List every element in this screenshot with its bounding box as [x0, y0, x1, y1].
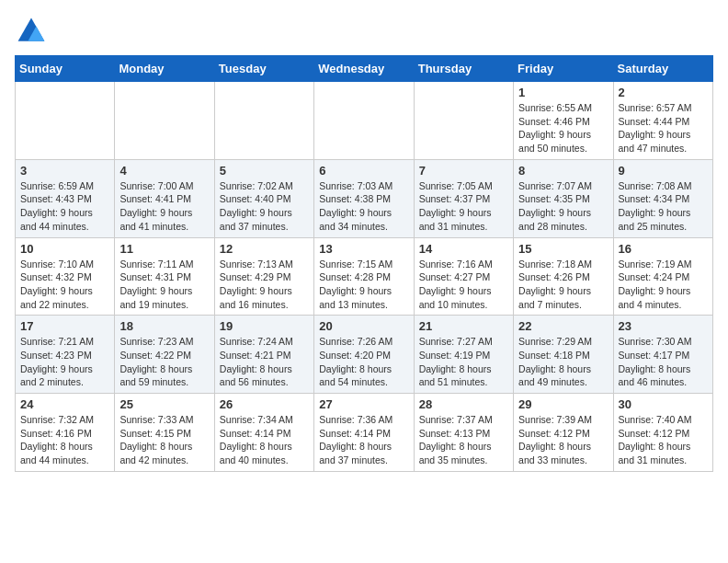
day-number: 7	[419, 164, 508, 178]
day-number: 9	[619, 164, 708, 178]
calendar-cell: 23Sunrise: 7:30 AM Sunset: 4:17 PM Dayli…	[613, 316, 712, 394]
calendar-cell: 14Sunrise: 7:16 AM Sunset: 4:27 PM Dayli…	[414, 237, 513, 316]
weekday-header: Friday	[514, 56, 613, 82]
day-number: 20	[319, 319, 408, 333]
calendar-cell: 2Sunrise: 6:57 AM Sunset: 4:44 PM Daylig…	[613, 82, 712, 160]
day-number: 18	[119, 319, 209, 333]
calendar-cell	[214, 82, 313, 160]
page-header	[15, 15, 713, 48]
day-number: 26	[220, 397, 309, 411]
calendar-cell: 3Sunrise: 6:59 AM Sunset: 4:43 PM Daylig…	[16, 159, 115, 237]
day-info: Sunrise: 6:55 AM Sunset: 4:46 PM Dayligh…	[518, 101, 608, 155]
day-info: Sunrise: 7:03 AM Sunset: 4:38 PM Dayligh…	[319, 179, 408, 234]
calendar-cell: 6Sunrise: 7:03 AM Sunset: 4:38 PM Daylig…	[314, 159, 414, 237]
logo	[15, 15, 51, 48]
day-info: Sunrise: 7:02 AM Sunset: 4:40 PM Dayligh…	[220, 179, 309, 234]
weekday-header: Wednesday	[314, 56, 414, 82]
day-number: 25	[119, 397, 209, 411]
calendar-cell: 28Sunrise: 7:37 AM Sunset: 4:13 PM Dayli…	[414, 394, 513, 472]
day-number: 10	[20, 242, 109, 256]
day-info: Sunrise: 7:23 AM Sunset: 4:22 PM Dayligh…	[119, 335, 209, 389]
day-number: 2	[619, 86, 708, 99]
day-info: Sunrise: 7:05 AM Sunset: 4:37 PM Dayligh…	[419, 179, 508, 234]
day-number: 4	[119, 164, 209, 178]
calendar-week-row: 24Sunrise: 7:32 AM Sunset: 4:16 PM Dayli…	[16, 394, 713, 472]
calendar-cell: 17Sunrise: 7:21 AM Sunset: 4:23 PM Dayli…	[16, 316, 115, 394]
day-number: 14	[419, 242, 508, 256]
day-number: 21	[419, 319, 508, 333]
day-info: Sunrise: 7:29 AM Sunset: 4:18 PM Dayligh…	[518, 335, 608, 389]
day-number: 29	[518, 397, 608, 411]
weekday-header: Tuesday	[214, 56, 313, 82]
calendar-cell: 12Sunrise: 7:13 AM Sunset: 4:29 PM Dayli…	[214, 237, 313, 316]
weekday-header: Sunday	[16, 56, 115, 82]
calendar-cell: 5Sunrise: 7:02 AM Sunset: 4:40 PM Daylig…	[214, 159, 313, 237]
day-number: 15	[518, 242, 608, 256]
day-number: 30	[619, 397, 708, 411]
day-info: Sunrise: 7:16 AM Sunset: 4:27 PM Dayligh…	[419, 258, 508, 312]
day-info: Sunrise: 7:24 AM Sunset: 4:21 PM Dayligh…	[220, 335, 309, 389]
day-info: Sunrise: 7:37 AM Sunset: 4:13 PM Dayligh…	[419, 413, 508, 467]
day-info: Sunrise: 7:08 AM Sunset: 4:34 PM Dayligh…	[619, 179, 708, 234]
day-info: Sunrise: 7:18 AM Sunset: 4:26 PM Dayligh…	[518, 258, 608, 312]
day-number: 13	[319, 242, 408, 256]
day-info: Sunrise: 7:15 AM Sunset: 4:28 PM Dayligh…	[319, 258, 408, 312]
day-info: Sunrise: 7:40 AM Sunset: 4:12 PM Dayligh…	[619, 413, 708, 467]
day-number: 5	[220, 164, 309, 178]
logo-icon	[15, 15, 48, 48]
weekday-header-row: SundayMondayTuesdayWednesdayThursdayFrid…	[16, 56, 713, 82]
calendar-week-row: 3Sunrise: 6:59 AM Sunset: 4:43 PM Daylig…	[16, 159, 713, 237]
day-number: 23	[619, 319, 708, 333]
day-info: Sunrise: 7:00 AM Sunset: 4:41 PM Dayligh…	[119, 179, 209, 234]
day-info: Sunrise: 7:27 AM Sunset: 4:19 PM Dayligh…	[419, 335, 508, 389]
calendar-cell: 11Sunrise: 7:11 AM Sunset: 4:31 PM Dayli…	[115, 237, 214, 316]
calendar-cell: 1Sunrise: 6:55 AM Sunset: 4:46 PM Daylig…	[514, 82, 613, 160]
calendar-week-row: 10Sunrise: 7:10 AM Sunset: 4:32 PM Dayli…	[16, 237, 713, 316]
day-info: Sunrise: 7:21 AM Sunset: 4:23 PM Dayligh…	[20, 335, 109, 389]
day-number: 1	[518, 86, 608, 99]
day-number: 6	[319, 164, 408, 178]
day-info: Sunrise: 7:13 AM Sunset: 4:29 PM Dayligh…	[220, 258, 309, 312]
day-number: 17	[20, 319, 109, 333]
day-number: 27	[319, 397, 408, 411]
calendar-table: SundayMondayTuesdayWednesdayThursdayFrid…	[15, 55, 713, 472]
day-info: Sunrise: 7:19 AM Sunset: 4:24 PM Dayligh…	[619, 258, 708, 312]
calendar-cell: 29Sunrise: 7:39 AM Sunset: 4:12 PM Dayli…	[514, 394, 613, 472]
calendar-cell: 21Sunrise: 7:27 AM Sunset: 4:19 PM Dayli…	[414, 316, 513, 394]
calendar-cell	[414, 82, 513, 160]
calendar-cell: 16Sunrise: 7:19 AM Sunset: 4:24 PM Dayli…	[613, 237, 712, 316]
weekday-header: Monday	[115, 56, 214, 82]
day-number: 28	[419, 397, 508, 411]
day-info: Sunrise: 7:34 AM Sunset: 4:14 PM Dayligh…	[220, 413, 309, 467]
day-number: 24	[20, 397, 109, 411]
calendar-cell: 15Sunrise: 7:18 AM Sunset: 4:26 PM Dayli…	[514, 237, 613, 316]
day-info: Sunrise: 6:57 AM Sunset: 4:44 PM Dayligh…	[619, 101, 708, 155]
day-info: Sunrise: 7:26 AM Sunset: 4:20 PM Dayligh…	[319, 335, 408, 389]
calendar-week-row: 1Sunrise: 6:55 AM Sunset: 4:46 PM Daylig…	[16, 82, 713, 160]
day-info: Sunrise: 7:11 AM Sunset: 4:31 PM Dayligh…	[119, 258, 209, 312]
day-number: 11	[119, 242, 209, 256]
calendar-cell	[16, 82, 115, 160]
day-number: 22	[518, 319, 608, 333]
day-info: Sunrise: 7:33 AM Sunset: 4:15 PM Dayligh…	[119, 413, 209, 467]
day-number: 3	[20, 164, 109, 178]
calendar-week-row: 17Sunrise: 7:21 AM Sunset: 4:23 PM Dayli…	[16, 316, 713, 394]
calendar-cell: 26Sunrise: 7:34 AM Sunset: 4:14 PM Dayli…	[214, 394, 313, 472]
calendar-cell: 4Sunrise: 7:00 AM Sunset: 4:41 PM Daylig…	[115, 159, 214, 237]
calendar-cell: 30Sunrise: 7:40 AM Sunset: 4:12 PM Dayli…	[613, 394, 712, 472]
calendar-cell: 9Sunrise: 7:08 AM Sunset: 4:34 PM Daylig…	[613, 159, 712, 237]
day-info: Sunrise: 7:32 AM Sunset: 4:16 PM Dayligh…	[20, 413, 109, 467]
calendar-cell: 7Sunrise: 7:05 AM Sunset: 4:37 PM Daylig…	[414, 159, 513, 237]
calendar-cell: 19Sunrise: 7:24 AM Sunset: 4:21 PM Dayli…	[214, 316, 313, 394]
calendar-cell: 24Sunrise: 7:32 AM Sunset: 4:16 PM Dayli…	[16, 394, 115, 472]
calendar-cell: 13Sunrise: 7:15 AM Sunset: 4:28 PM Dayli…	[314, 237, 414, 316]
day-info: Sunrise: 7:36 AM Sunset: 4:14 PM Dayligh…	[319, 413, 408, 467]
calendar-cell: 25Sunrise: 7:33 AM Sunset: 4:15 PM Dayli…	[115, 394, 214, 472]
day-info: Sunrise: 7:30 AM Sunset: 4:17 PM Dayligh…	[619, 335, 708, 389]
day-number: 16	[619, 242, 708, 256]
weekday-header: Saturday	[613, 56, 712, 82]
calendar-cell: 20Sunrise: 7:26 AM Sunset: 4:20 PM Dayli…	[314, 316, 414, 394]
weekday-header: Thursday	[414, 56, 513, 82]
calendar-cell	[314, 82, 414, 160]
calendar-cell: 27Sunrise: 7:36 AM Sunset: 4:14 PM Dayli…	[314, 394, 414, 472]
